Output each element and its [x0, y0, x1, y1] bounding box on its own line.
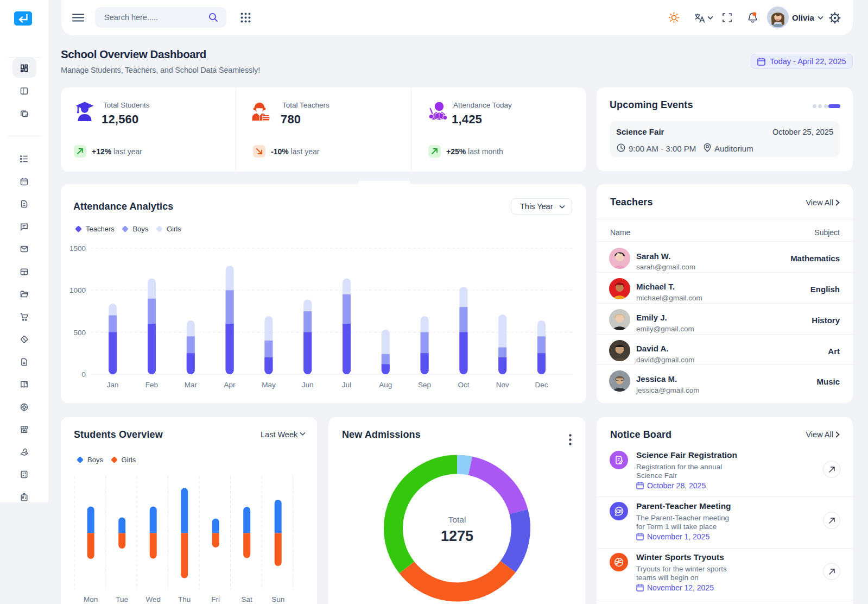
svg-text:1275: 1275 — [441, 528, 473, 544]
svg-text:1500: 1500 — [69, 244, 86, 253]
svg-text:0: 0 — [81, 370, 86, 379]
svg-text:May: May — [262, 381, 276, 389]
svg-text:Aug: Aug — [379, 381, 392, 389]
svg-text:Total: Total — [448, 515, 466, 524]
svg-text:Feb: Feb — [145, 381, 158, 389]
svg-text:Fri: Fri — [211, 595, 220, 603]
svg-text:1000: 1000 — [69, 286, 86, 294]
svg-text:Mar: Mar — [185, 381, 198, 389]
svg-text:Sep: Sep — [418, 381, 431, 389]
svg-text:Jul: Jul — [342, 381, 351, 389]
svg-text:Jan: Jan — [107, 381, 119, 389]
svg-text:Jun: Jun — [302, 381, 314, 389]
svg-text:Tue: Tue — [116, 595, 128, 603]
svg-text:Thu: Thu — [178, 595, 191, 603]
svg-text:500: 500 — [73, 329, 86, 337]
svg-text:Dec: Dec — [535, 381, 548, 389]
svg-text:Sun: Sun — [271, 595, 284, 603]
svg-text:Wed: Wed — [145, 595, 161, 603]
svg-text:Mon: Mon — [84, 595, 98, 603]
svg-text:Apr: Apr — [224, 381, 236, 389]
svg-text:Sat: Sat — [242, 595, 253, 603]
svg-text:Nov: Nov — [496, 381, 509, 389]
svg-text:Oct: Oct — [458, 381, 469, 389]
